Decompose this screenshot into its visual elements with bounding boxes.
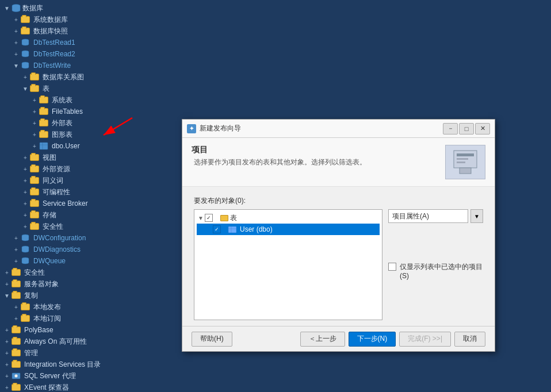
- alwayson-label: Always On 高可用性: [24, 337, 87, 347]
- sidebar-item-security-dbwrite[interactable]: + 安全性: [0, 221, 139, 232]
- sidebar-item-polybase[interactable]: + PolyBase: [0, 324, 139, 336]
- sidebar-item-dbtestread2[interactable]: + DbTestRead2: [0, 48, 139, 60]
- folder-icon: [30, 177, 39, 184]
- views-label: 视图: [43, 153, 56, 163]
- local-pub-label: 本地发布: [33, 302, 61, 312]
- dialog-titlebar: ✦ 新建发布向导 － □ ✕: [182, 120, 495, 138]
- sidebar-item-alwayson[interactable]: + Always On 高可用性: [0, 336, 139, 347]
- sidebar-item-service-broker[interactable]: + Service Broker: [0, 198, 139, 209]
- sidebar-item-storage[interactable]: + 存储: [0, 209, 139, 221]
- dialog-icon: ✦: [187, 124, 196, 133]
- prop-dropdown-arrow[interactable]: ▼: [470, 209, 483, 223]
- sidebar-item-synonyms[interactable]: + 同义词: [0, 175, 139, 186]
- pub-tree-tables-root[interactable]: ▼ 表: [197, 212, 380, 224]
- polybase-label: PolyBase: [24, 326, 53, 334]
- objects-label: 要发布的对象(0):: [194, 196, 483, 206]
- sidebar-item-server-obj[interactable]: + 服务器对象: [0, 278, 139, 290]
- db-icon: [21, 62, 30, 70]
- dwdiag-label: DWDiagnostics: [33, 245, 81, 253]
- folder-icon: [30, 223, 39, 230]
- dwqueue-label: DWQueue: [33, 257, 66, 265]
- storage-label: 存储: [43, 210, 56, 220]
- sidebar-item-systables[interactable]: + 系统表: [0, 94, 139, 106]
- sidebar-item-dbtestread1[interactable]: + DbTestRead1: [0, 37, 139, 48]
- folder-icon: [39, 108, 48, 115]
- sidebar-item-xevent[interactable]: + XEvent 探查器: [0, 382, 139, 392]
- folder-icon: [30, 166, 39, 172]
- pub-table-icon: [228, 226, 236, 233]
- sidebar-item-sql-agent[interactable]: + SQL Server 代理: [0, 370, 139, 382]
- sidebar-item-security-top[interactable]: + 安全性: [0, 267, 139, 278]
- database-icon: [12, 4, 21, 12]
- close-button[interactable]: ✕: [475, 123, 490, 134]
- filetables-label: FileTables: [52, 107, 83, 116]
- db-icon: [21, 234, 30, 242]
- prev-button[interactable]: ＜上一步: [300, 332, 345, 347]
- sidebar-item-is-catalog[interactable]: + Integration Services 目录: [0, 359, 139, 370]
- publish-objects-tree: ▼ 表: [194, 210, 382, 320]
- sidebar-item-replication[interactable]: ▼ 复制: [0, 290, 139, 301]
- sidebar-item-dbdiagram[interactable]: + 数据库关系图: [0, 71, 139, 83]
- svg-rect-22: [460, 168, 471, 174]
- folder-icon: [12, 338, 21, 345]
- sidebar-item-dbtestwrite[interactable]: ▼ DbTestWrite: [0, 60, 139, 71]
- sidebar-item-dbo-user[interactable]: + dbo.User: [0, 140, 139, 152]
- finish-button[interactable]: 完成(F) >>|: [399, 332, 451, 347]
- sidebar-item-local-pub[interactable]: + 本地发布: [0, 301, 139, 313]
- table-icon: [39, 142, 48, 150]
- pub-checkbox-tables[interactable]: [205, 214, 213, 222]
- maximize-button[interactable]: □: [459, 123, 474, 134]
- snapshot-label: 数据库快照: [33, 26, 68, 36]
- folder-icon: [30, 85, 39, 92]
- cancel-button[interactable]: 取消: [454, 332, 485, 347]
- security-top-label: 安全性: [24, 268, 45, 278]
- sidebar-item-databases-root[interactable]: ▼ 数据库: [0, 2, 139, 14]
- section-desc: 选择要作为项目发布的表和其他对象。选择列以筛选表。: [192, 157, 436, 167]
- dialog-body: 要发布的对象(0): ▼ 表: [182, 187, 495, 326]
- folder-icon: [39, 97, 48, 103]
- management-label: 管理: [24, 348, 38, 358]
- prop-dropdown-button[interactable]: 项目属性(A): [388, 209, 468, 223]
- sidebar-item-graph-tables[interactable]: + 图形表: [0, 129, 139, 140]
- pub-folder-icon: [220, 215, 228, 221]
- only-selected-checkbox[interactable]: [388, 263, 396, 271]
- folder-icon: [39, 131, 48, 138]
- sidebar-item-dwqueue[interactable]: + DWQueue: [0, 255, 139, 267]
- dialog-footer: 帮助(H) ＜上一步 下一步(N) 完成(F) >>| 取消: [182, 326, 495, 351]
- folder-icon: [12, 361, 21, 368]
- pub-tables-label: 表: [230, 213, 237, 223]
- systables-label: 系统表: [52, 95, 72, 105]
- dialog-window-controls: － □ ✕: [443, 123, 490, 134]
- sidebar-item-management[interactable]: + 管理: [0, 347, 139, 359]
- sidebar-item-programmability[interactable]: + 可编程性: [0, 186, 139, 198]
- sidebar-item-external-tables[interactable]: + 外部表: [0, 117, 139, 129]
- sidebar-item-filetables[interactable]: + FileTables: [0, 106, 139, 117]
- dbo-user-label: dbo.User: [52, 142, 80, 150]
- folder-icon: [12, 384, 21, 391]
- sidebar-item-dwdiag[interactable]: + DWDiagnostics: [0, 244, 139, 255]
- folder-icon: [12, 269, 21, 276]
- help-button[interactable]: 帮助(H): [192, 332, 232, 347]
- publish-objects-panel: ▼ 表: [194, 209, 382, 320]
- wizard-dialog: ✦ 新建发布向导 － □ ✕ 项目 选择要作为项目发布的表和其他对象。选择列以筛…: [182, 119, 495, 352]
- sidebar-item-views[interactable]: + 视图: [0, 152, 139, 163]
- agent-icon: [12, 372, 21, 380]
- folder-icon: [12, 326, 21, 333]
- pub-tree-user-dbo[interactable]: User (dbo): [197, 224, 380, 235]
- local-sub-label: 本地订阅: [33, 314, 61, 324]
- folder-icon: [12, 349, 21, 356]
- only-selected-container: 仅显示列表中已选中的项目(S): [388, 262, 483, 280]
- folder-icon: [21, 16, 30, 23]
- sidebar-item-external-res[interactable]: + 外部资源: [0, 163, 139, 175]
- sidebar-item-dwconfig[interactable]: + DWConfiguration: [0, 232, 139, 244]
- folder-icon: [21, 303, 30, 310]
- folder-icon: [30, 154, 39, 161]
- databases-label: 数据库: [22, 3, 43, 13]
- next-button[interactable]: 下一步(N): [349, 332, 396, 347]
- sidebar-item-system-db[interactable]: + 系统数据库: [0, 14, 139, 25]
- minimize-button[interactable]: －: [443, 123, 458, 134]
- sidebar-item-local-sub[interactable]: + 本地订阅: [0, 313, 139, 324]
- pub-checkbox-user[interactable]: [213, 225, 221, 233]
- sidebar-item-snapshot[interactable]: + 数据库快照: [0, 25, 139, 37]
- sidebar-item-tables[interactable]: ▼ 表: [0, 83, 139, 94]
